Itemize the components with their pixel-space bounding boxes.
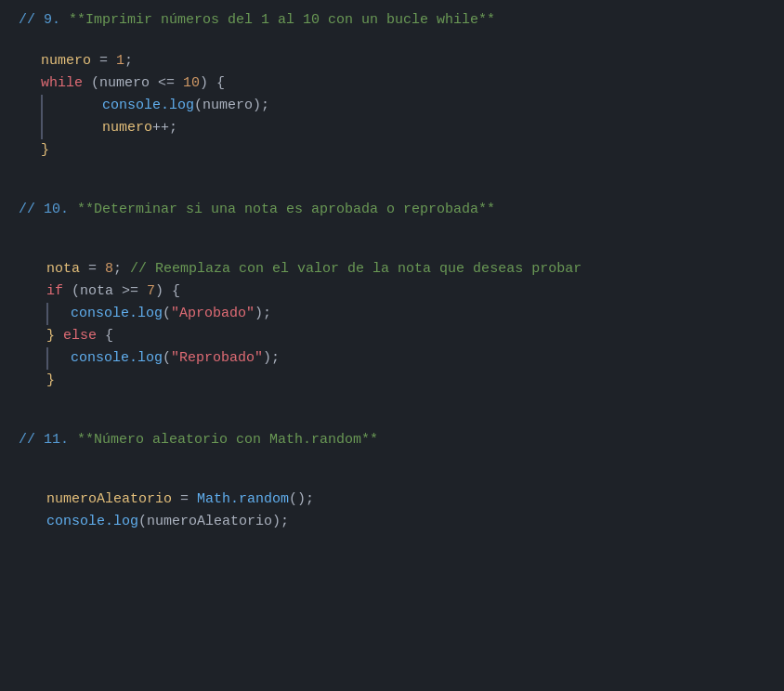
console-log-reprobado: console.log("Reprobado"); (48, 347, 784, 370)
if-statement: if (nota >= 7) { (0, 280, 784, 303)
code-editor: // 9. **Imprimir números del 1 al 10 con… (0, 0, 784, 691)
numero-assign: numero = 1; (0, 50, 784, 72)
blank-line (0, 32, 784, 50)
console-log-numero: console.log(numero); (43, 95, 784, 117)
blank-line (0, 162, 784, 180)
nota-assign: nota = 8; // Reemplaza con el valor de l… (0, 258, 784, 280)
blank-line (0, 470, 784, 489)
blank-line (0, 221, 784, 240)
console-log-aprobado: console.log("Aprobado"); (48, 303, 784, 325)
section10-comment: // 10. **Determinar si una nota es aprob… (0, 199, 784, 221)
numero-increment: numero++; (43, 117, 784, 139)
while-statement: while (numero <= 10) { (0, 72, 784, 95)
while-close: } (0, 139, 784, 162)
blank-line (0, 240, 784, 258)
numero-aleatorio-assign: numeroAleatorio = Math.random(); (0, 489, 784, 511)
blank-line (0, 180, 784, 199)
blank-line (0, 451, 784, 470)
else-statement: } else { (0, 325, 784, 347)
if-close: } (0, 370, 784, 392)
blank-line (0, 411, 784, 429)
section9-comment: // 9. **Imprimir números del 1 al 10 con… (0, 9, 784, 32)
section11-comment: // 11. **Número aleatorio con Math.rando… (0, 429, 784, 451)
blank-line (0, 392, 784, 411)
console-log-aleatorio: console.log(numeroAleatorio); (0, 511, 784, 533)
